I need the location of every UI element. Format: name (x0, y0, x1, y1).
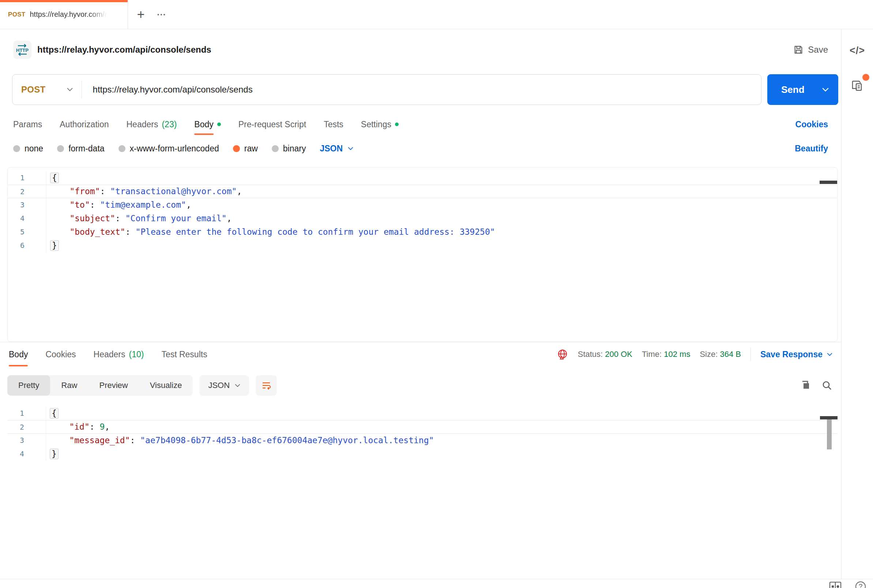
beautify-link[interactable]: Beautify (795, 144, 828, 154)
mode-x-www-form-urlencoded[interactable]: x-www-form-urlencoded (118, 144, 219, 154)
line-number: 4 (8, 212, 24, 225)
request-tabs: Params Authorization Headers(23) Body Pr… (0, 114, 841, 135)
response-status-cluster: Status: 200 OK Time: 102 ms Size: 364 B … (556, 347, 832, 361)
tab-method-label: POST (8, 11, 26, 18)
method-select[interactable]: POST (12, 84, 81, 95)
response-tab-cookies[interactable]: Cookies (45, 342, 76, 366)
status-badge: Status: 200 OK (578, 350, 632, 359)
size-badge: Size: 364 B (700, 350, 741, 359)
code-line[interactable]: 4} (8, 447, 837, 461)
mode-binary[interactable]: binary (272, 144, 306, 154)
tab-tests[interactable]: Tests (324, 114, 344, 135)
save-icon (793, 45, 804, 55)
send-button[interactable]: Send (767, 74, 838, 105)
mode-form-data[interactable]: form-data (57, 144, 104, 154)
chevron-down-icon (348, 147, 353, 150)
save-label: Save (808, 45, 828, 55)
page-title: https://relay.hyvor.com/api/console/send… (37, 45, 212, 55)
tab-params[interactable]: Params (13, 114, 42, 135)
scrollbar-thumb[interactable] (820, 416, 837, 419)
request-tab[interactable]: POST https://relay.hyvor.com/a (0, 0, 128, 29)
mode-none[interactable]: none (13, 144, 43, 154)
line-number: 1 (8, 171, 24, 184)
send-label: Send (781, 84, 805, 96)
request-header: HTTP https://relay.hyvor.com/api/console… (0, 30, 841, 70)
save-button[interactable]: Save (790, 42, 832, 58)
scrollbar-thumb[interactable] (827, 419, 832, 449)
tab-authorization[interactable]: Authorization (60, 114, 109, 135)
network-warning-icon[interactable] (556, 348, 568, 360)
radio-icon (233, 145, 240, 152)
view-visualize[interactable]: Visualize (139, 375, 193, 396)
save-response-button[interactable]: Save Response (760, 350, 832, 360)
context-sidebar: </> (841, 30, 873, 579)
code-line[interactable]: 3 "message_id": "ae7b4098-6b77-4d53-ba8c… (8, 434, 837, 447)
line-number: 6 (8, 239, 24, 252)
response-tab-headers[interactable]: Headers(10) (94, 342, 144, 366)
code-line[interactable]: 3 "to": "tim@example.com", (8, 198, 837, 212)
line-number: 4 (8, 447, 24, 461)
cookies-link[interactable]: Cookies (795, 120, 828, 129)
code-line[interactable]: 1{ (8, 171, 837, 184)
tab-url-label: https://relay.hyvor.com/a (30, 10, 109, 19)
radio-icon (57, 145, 64, 152)
tab-pre-request-script[interactable]: Pre-request Script (238, 114, 306, 135)
response-language-select[interactable]: JSON (200, 375, 249, 396)
scrollbar-thumb[interactable] (820, 181, 837, 184)
method-label: POST (21, 84, 46, 95)
tab-body[interactable]: Body (194, 114, 220, 135)
help-icon[interactable]: ? (855, 581, 866, 588)
code-line[interactable]: 5 "body_text": "Please enter the followi… (8, 225, 837, 239)
code-line[interactable]: 6} (8, 239, 837, 252)
new-tab-button[interactable]: + (128, 0, 154, 29)
tab-headers[interactable]: Headers(23) (126, 114, 177, 135)
tab-settings[interactable]: Settings (361, 114, 399, 135)
line-number: 2 (8, 185, 24, 198)
headers-count: (23) (162, 120, 177, 129)
line-number: 3 (8, 198, 24, 212)
line-number: 3 (8, 434, 24, 447)
code-snippet-icon[interactable]: </> (850, 45, 865, 56)
divider (750, 347, 751, 361)
search-icon[interactable] (821, 380, 832, 391)
two-pane-icon[interactable] (829, 581, 842, 588)
http-method-icon: HTTP (13, 40, 32, 59)
request-body-editor[interactable]: 1{2 "from": "transactional@hyvor.com",3 … (8, 167, 837, 342)
response-headers-count: (10) (129, 350, 144, 360)
tab-options-icon[interactable]: ••• (154, 0, 170, 29)
tab-strip: POST https://relay.hyvor.com/a + ••• (0, 0, 873, 29)
radio-icon (13, 145, 20, 152)
mode-raw[interactable]: raw (233, 144, 258, 154)
request-language-select[interactable]: JSON (320, 144, 353, 154)
view-pretty[interactable]: Pretty (8, 375, 50, 396)
view-raw[interactable]: Raw (50, 375, 88, 396)
postman-app: POST https://relay.hyvor.com/a + ••• HTT… (0, 0, 873, 588)
response-actions (800, 380, 832, 391)
code-line[interactable]: 2 "id": 9, (8, 420, 837, 434)
code-line[interactable]: 4 "subject": "Confirm your email", (8, 212, 837, 225)
notification-dot (862, 74, 869, 81)
response-tabs: Body Cookies Headers(10) Test Results St… (0, 342, 841, 366)
copy-icon[interactable] (800, 380, 811, 391)
code-line[interactable]: 2 "from": "transactional@hyvor.com", (8, 184, 837, 198)
response-tab-test-results[interactable]: Test Results (161, 342, 207, 366)
url-input[interactable]: https://relay.hyvor.com/api/console/send… (82, 84, 253, 95)
wrap-text-button[interactable] (256, 375, 277, 396)
view-switcher: Pretty Raw Preview Visualize (8, 375, 193, 396)
svg-text:HTTP: HTTP (16, 48, 28, 53)
documentation-icon[interactable] (850, 78, 865, 94)
green-dot-icon (395, 123, 399, 126)
line-number: 1 (8, 406, 24, 420)
time-badge: Time: 102 ms (642, 350, 690, 359)
radio-icon (272, 145, 279, 152)
view-preview[interactable]: Preview (88, 375, 139, 396)
code-line[interactable]: 1{ (8, 406, 837, 420)
response-body-editor[interactable]: 1{2 "id": 9,3 "message_id": "ae7b4098-6b… (8, 403, 837, 568)
green-dot-icon (217, 123, 221, 126)
response-tab-body[interactable]: Body (9, 342, 28, 366)
response-toolbar: Pretty Raw Preview Visualize JSON (0, 375, 841, 396)
bottom-bar: ? (0, 579, 873, 588)
chevron-down-icon (822, 88, 829, 92)
main-content: HTTP https://relay.hyvor.com/api/console… (0, 30, 841, 579)
chevron-down-icon (235, 384, 240, 387)
